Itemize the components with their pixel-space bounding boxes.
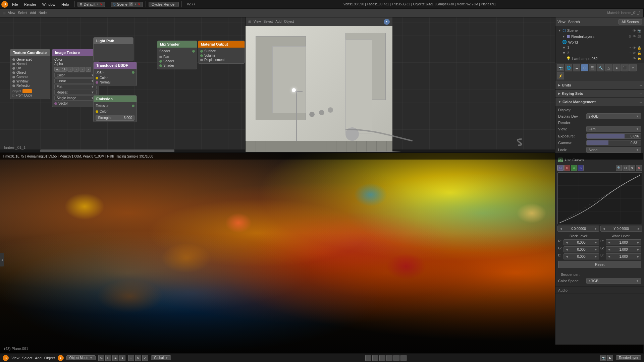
world-props-icon[interactable]: ☁ (573, 64, 580, 71)
texture-props-icon[interactable]: ⬛ (621, 64, 629, 71)
viewport-sidebar-toggle[interactable]: ◂ (0, 253, 4, 266)
node-translucent-bsdf[interactable]: Translucent BSDF BSDF Color Normal (93, 62, 137, 86)
white-g-arrow[interactable]: ◀ (608, 248, 610, 251)
black-b-field[interactable]: ◀ 0.000 ▶ (564, 253, 599, 259)
global-selector[interactable]: Global ▼ (151, 355, 171, 360)
color-space-dropdown[interactable]: sRGB ▼ (586, 278, 641, 284)
reset-button[interactable]: Reset (558, 261, 641, 268)
display-dev-dropdown[interactable]: sRGB ▼ (586, 113, 641, 119)
layer2-extra[interactable]: ~ (630, 51, 631, 55)
y-arrow-left[interactable]: ◀ (603, 227, 605, 230)
scene-selector[interactable]: ⬡ Scene 2 + ✕ (111, 2, 143, 7)
workspace-selector[interactable]: ⊞ Default + ✕ (77, 2, 105, 7)
render-menu[interactable]: Render (21, 2, 39, 7)
units-options[interactable]: ··· (639, 82, 641, 88)
renderlayers-tree-item[interactable]: ▼ ▦ RenderLayers ⚙ 👁 🎥 (561, 34, 643, 39)
snap-icon[interactable] (365, 355, 371, 361)
keying-sets-options[interactable]: ··· (639, 91, 641, 96)
scene-tree-item[interactable]: ▼ ⬡ Scene 👁 📷 (557, 27, 643, 34)
black-g-field[interactable]: ◀ 0.000 ▶ (564, 246, 599, 252)
y-arrow-right[interactable]: ▶ (638, 227, 640, 230)
white-g-field[interactable]: ◀ 1.000 ▶ (606, 246, 641, 252)
curves-cursor[interactable]: ✥ (629, 165, 635, 171)
particle-props-icon[interactable]: ✦ (629, 64, 637, 71)
node-emission[interactable]: Emission Emission Color Strength: 3.000 (93, 95, 137, 122)
object-mode-selector[interactable]: Object Mode ▼ (66, 355, 96, 360)
all-scenes-button[interactable]: All Scenes (619, 19, 642, 24)
node-scrollbar-thumb[interactable] (40, 149, 174, 152)
object-bottom[interactable]: Object (44, 356, 55, 360)
render-viewport[interactable]: Time:01:16.75 | Remaining:01:59.55 | Mem… (0, 153, 643, 353)
viewport-shade-solid[interactable]: ◎ (98, 355, 104, 361)
white-r-arrow-r[interactable]: ▶ (637, 241, 639, 244)
camera-render-icon[interactable]: 📷 (600, 355, 606, 361)
eye-icon[interactable]: 👁 (633, 29, 636, 33)
timeline-icon[interactable] (400, 355, 407, 361)
node-texture-coordinate[interactable]: Texture Coordinate Generated Normal UV O… (10, 49, 50, 99)
look-dropdown[interactable]: None ▼ (586, 147, 641, 153)
exposure-slider[interactable]: 0.696 (586, 133, 641, 139)
layer1-extra[interactable]: ~ (630, 46, 631, 49)
layer2-tree-item[interactable]: ▼ 2 ~ 👁 🔒 (561, 50, 643, 56)
curves-channel-b[interactable]: B (578, 165, 584, 171)
curves-channel-g[interactable]: G (571, 165, 577, 171)
scale-icon[interactable]: ⤢ (142, 355, 148, 361)
curves-channel-c[interactable]: C (557, 165, 564, 171)
cm-options[interactable]: ··· (639, 99, 641, 105)
black-b-arrow-r[interactable]: ▶ (595, 255, 597, 258)
color-management-header[interactable]: ▼ Color Management ··· (555, 98, 644, 106)
proportional-icon[interactable] (379, 355, 385, 361)
data-props-icon[interactable]: △ (605, 64, 612, 71)
view-dropdown[interactable]: Film ▼ (586, 126, 641, 132)
eye-icon[interactable]: 👁 (633, 57, 636, 60)
view-bottom[interactable]: View (11, 356, 19, 360)
camera-icon[interactable]: 📷 (637, 29, 641, 33)
black-r-field[interactable]: ◀ 0.000 ▶ (564, 239, 599, 245)
white-b-arrow[interactable]: ◀ (608, 255, 610, 258)
select-bottom[interactable]: Select (22, 356, 33, 360)
node-material-output[interactable]: Material Output Surface Volume Displacem… (198, 41, 245, 64)
black-b-arrow[interactable]: ◀ (566, 255, 568, 258)
render-engine-selector[interactable]: Cycles Render (149, 2, 179, 7)
help-menu[interactable]: Help (59, 2, 72, 7)
curves-zoom-in[interactable]: 🔍 (616, 165, 622, 171)
rotate-icon[interactable]: ↻ (135, 355, 141, 361)
anim-render-icon[interactable]: ▶ (607, 355, 613, 361)
black-g-arrow[interactable]: ◀ (566, 248, 568, 251)
add-bottom[interactable]: Add (35, 356, 42, 360)
x-arrow-right[interactable]: ▶ (595, 227, 597, 230)
viewport-shade-material[interactable]: ◈ (112, 355, 118, 361)
black-g-arrow-r[interactable]: ▶ (595, 248, 597, 251)
lock-icon[interactable]: 🔒 (637, 46, 641, 50)
lock-icon[interactable]: 🔒 (637, 57, 641, 60)
y-coord-field[interactable]: ◀ Y 0.04000 ▶ (600, 226, 642, 232)
white-r-field[interactable]: ◀ 1.000 ▶ (606, 239, 641, 245)
view-button[interactable]: View (557, 20, 566, 24)
viewport-shade-wire[interactable]: ⊟ (105, 355, 111, 361)
lamp-tree-item[interactable]: 💡 LamLamps.082 👁 🔒 (565, 56, 643, 61)
node-image-texture[interactable]: Image Texture Color Alpha sign 19 T f ↑ … (52, 49, 99, 107)
window-menu[interactable]: Window (40, 2, 58, 7)
node-light-path[interactable]: Light Path (93, 37, 133, 61)
curves-zoom-fit[interactable]: ⊡ (623, 165, 629, 171)
white-r-arrow[interactable]: ◀ (608, 241, 610, 244)
eye-icon[interactable]: 👁 (633, 35, 636, 38)
render-layer-selector[interactable]: RenderLayer (616, 355, 641, 360)
camera-icon[interactable]: 🎥 (637, 35, 641, 38)
curves-area[interactable] (557, 172, 642, 224)
black-r-arrow-r[interactable]: ▶ (595, 241, 597, 244)
file-menu[interactable]: File (9, 2, 21, 7)
physics-props-icon[interactable]: ⚡ (557, 72, 564, 79)
black-r-arrow[interactable]: ◀ (566, 241, 568, 244)
material-props-icon[interactable]: ● (613, 64, 621, 71)
viewport-3d[interactable]: ⊞ View Select Add Object ● (245, 17, 392, 153)
world-tree-item[interactable]: 🌐 World (561, 39, 643, 45)
node-mix-shader[interactable]: Mix Shader Shader Fac Shader Shader (157, 41, 197, 69)
translate-icon[interactable]: ↔ (128, 355, 134, 361)
render-props-icon[interactable]: 📷 (557, 64, 564, 71)
lock-icon[interactable]: 🔒 (637, 51, 641, 55)
anim-icon[interactable] (386, 355, 392, 361)
eye-icon[interactable]: 👁 (633, 46, 636, 50)
white-g-arrow-r[interactable]: ▶ (637, 248, 639, 251)
constraint-props-icon[interactable]: ⛓ (589, 64, 596, 71)
